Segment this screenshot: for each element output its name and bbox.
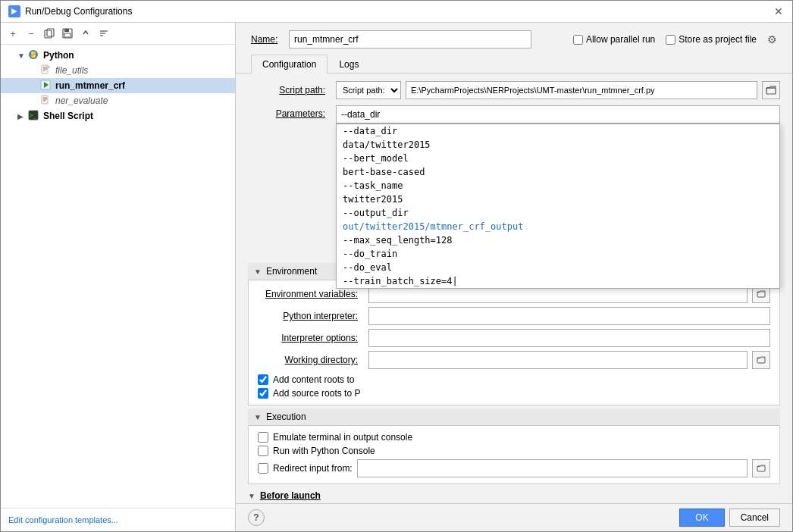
add-config-button[interactable]: + (5, 26, 20, 41)
svg-point-11 (34, 55, 35, 56)
run-mtmner-crf-label: run_mtmner_crf (55, 80, 125, 91)
param-item-6[interactable]: twitter2015 (337, 192, 779, 206)
redirect-input-browse[interactable] (752, 459, 770, 477)
tree-file-utils[interactable]: file_utils (1, 63, 235, 78)
python-interpreter-label: Python interpreter: (258, 311, 364, 321)
shell-icon: >_ (28, 110, 40, 122)
add-content-roots-label: Add content roots to (273, 374, 354, 385)
save-config-button[interactable] (60, 26, 75, 41)
param-item-12[interactable]: --train_batch_size=4| (337, 274, 779, 288)
param-item-3[interactable]: --bert_model (337, 152, 779, 165)
gear-icon[interactable]: ⚙ (767, 33, 777, 45)
shell-group-label: Shell Script (43, 111, 93, 121)
title-bar-left: Run/Debug Configurations (8, 5, 132, 17)
dialog-icon (8, 5, 20, 17)
copy-config-button[interactable] (42, 26, 57, 41)
run-python-console-row: Run with Python Console (258, 444, 770, 458)
run-python-console-label: Run with Python Console (273, 446, 375, 456)
right-panel: Name: Allow parallel run Store as projec… (236, 23, 792, 531)
name-row: Name: Allow parallel run Store as projec… (236, 23, 792, 55)
param-item-9[interactable]: --max_seq_length=128 (337, 233, 779, 247)
environment-content: Environment variables: Python interprete… (248, 280, 780, 405)
tree-run-mtmner-crf[interactable]: run_mtmner_crf (1, 78, 235, 93)
left-bottom: Edit configuration templates... (1, 508, 235, 531)
before-launch-arrow: ▼ (248, 492, 255, 500)
python-group-arrow[interactable]: ▼ (17, 52, 28, 60)
edit-templates-link[interactable]: Edit configuration templates... (8, 515, 118, 524)
param-item-4[interactable]: bert-base-cased (337, 165, 779, 179)
add-source-roots-checkbox[interactable] (258, 388, 268, 399)
execution-section-header[interactable]: ▼ Execution (248, 408, 780, 426)
interpreter-options-input[interactable] (368, 329, 770, 347)
env-vars-label: Environment variables: (258, 289, 364, 299)
redirect-input-checkbox[interactable] (258, 463, 268, 474)
cancel-button[interactable]: Cancel (729, 509, 780, 527)
help-button[interactable]: ? (248, 509, 265, 526)
redirect-input-row: Redirect input from: (258, 458, 770, 479)
shell-group-arrow[interactable]: ▶ (17, 112, 28, 120)
sort-button[interactable] (96, 26, 111, 41)
store-project-label: Store as project file (679, 34, 757, 45)
config-tree: ▼ Python (1, 45, 235, 508)
param-item-2[interactable]: data/twitter2015 (337, 138, 779, 152)
name-input[interactable] (289, 30, 531, 49)
interpreter-options-label: Interpreter options: (258, 333, 364, 343)
before-launch-header[interactable]: ▼ Before launch (248, 487, 780, 503)
param-item-8[interactable]: out/twitter2015/mtmner_crf_output (337, 220, 779, 233)
emulate-terminal-label: Emulate terminal in output console (273, 432, 412, 443)
execution-arrow: ▼ (254, 413, 262, 421)
working-dir-browse[interactable] (752, 351, 770, 369)
script-path-input[interactable] (406, 81, 757, 99)
emulate-terminal-row: Emulate terminal in output console (258, 430, 770, 444)
working-directory-row: Working directory: (258, 351, 770, 369)
close-button[interactable]: ✕ (773, 5, 785, 17)
left-panel: + − ▼ (1, 23, 236, 531)
script-path-dropdown[interactable]: Script path: (336, 81, 401, 99)
name-label: Name: (251, 34, 281, 45)
param-item-10[interactable]: --do_train (337, 247, 779, 261)
param-item-1[interactable]: --data_dir (337, 124, 779, 138)
python-group-label: Python (43, 50, 74, 61)
svg-text:>_: >_ (30, 112, 37, 119)
store-project-checkbox[interactable] (666, 35, 675, 45)
parameters-dropdown-popup: --data_dir data/twitter2015 --bert_model… (336, 124, 780, 289)
script-path-browse-button[interactable] (762, 81, 780, 99)
move-up-button[interactable] (78, 26, 93, 41)
tab-logs[interactable]: Logs (328, 55, 370, 74)
parameters-input[interactable] (336, 105, 780, 124)
allow-parallel-label: Allow parallel run (586, 34, 655, 45)
execution-label: Execution (266, 412, 306, 422)
param-item-11[interactable]: --do_eval (337, 261, 779, 274)
working-directory-input[interactable] (368, 351, 748, 369)
run-icon (40, 80, 52, 92)
redirect-input-field[interactable] (357, 459, 748, 477)
tab-configuration[interactable]: Configuration (251, 55, 328, 74)
allow-parallel-checkbox[interactable] (573, 35, 583, 45)
right-options: Allow parallel run Store as project file… (573, 33, 777, 45)
file-utils-label: file_utils (55, 65, 88, 76)
content-area: Script path: Script path: Parameters: (236, 74, 792, 503)
python-icon (28, 49, 40, 61)
svg-rect-12 (42, 65, 48, 74)
add-content-roots-checkbox[interactable] (258, 374, 268, 385)
emulate-terminal-checkbox[interactable] (258, 432, 268, 443)
bottom-bar: ? OK Cancel (236, 503, 792, 531)
run-python-console-checkbox[interactable] (258, 446, 268, 456)
tree-shell-group[interactable]: ▶ >_ Shell Script (1, 108, 235, 124)
interpreter-options-row: Interpreter options: (258, 329, 770, 347)
python-interpreter-input[interactable] (368, 307, 770, 325)
param-item-7[interactable]: --output_dir (337, 206, 779, 220)
script-path-label: Script path: (248, 85, 331, 95)
ok-button[interactable]: OK (679, 509, 724, 527)
left-toolbar: + − (1, 23, 235, 45)
tree-python-group[interactable]: ▼ Python (1, 48, 235, 63)
tree-ner-evaluate[interactable]: ner_evaluate (1, 93, 235, 108)
remove-config-button[interactable]: − (24, 26, 39, 41)
store-project-row: Store as project file (666, 34, 757, 45)
svg-rect-24 (766, 88, 776, 94)
environment-arrow: ▼ (254, 268, 262, 276)
param-item-5[interactable]: --task_name (337, 179, 779, 192)
working-directory-label: Working directory: (258, 355, 364, 365)
execution-content: Emulate terminal in output console Run w… (248, 426, 780, 484)
before-launch-label: Before launch (260, 490, 321, 501)
